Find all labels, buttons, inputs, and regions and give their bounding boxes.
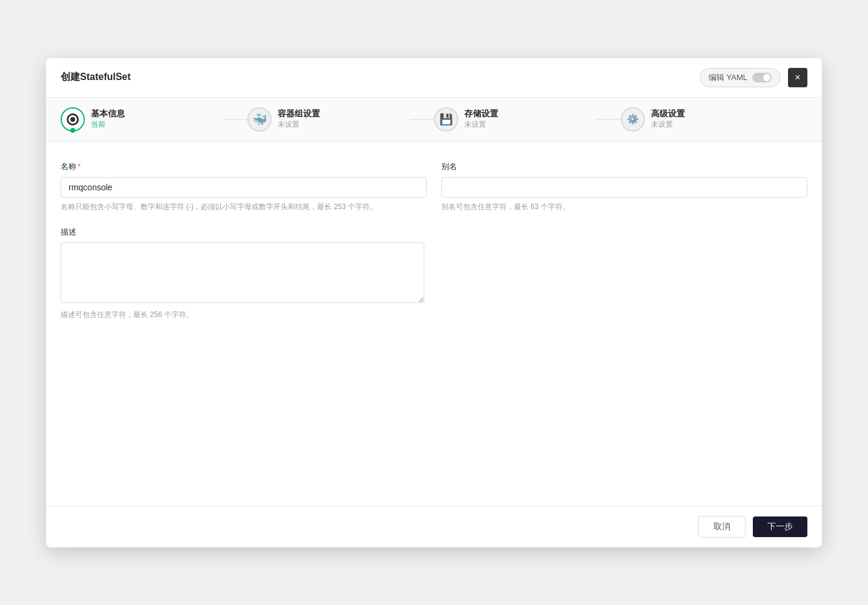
step-storage-text: 存储设置 未设置 (464, 109, 498, 130)
step-container-name: 容器组设置 (278, 109, 320, 119)
yaml-toggle-slider (752, 73, 772, 82)
step-advanced-status: 未设置 (651, 119, 685, 130)
step-basic-name: 基本信息 (91, 109, 125, 119)
step-advanced-text: 高级设置 未设置 (651, 109, 685, 130)
cancel-button[interactable]: 取消 (698, 516, 746, 538)
alias-input[interactable] (441, 177, 807, 198)
name-group: 名称* 名称只能包含小写字母、数字和连字符 (-)，必须以小写字母或数字开头和结… (61, 161, 427, 212)
alias-label: 别名 (441, 161, 807, 172)
name-input[interactable] (61, 177, 427, 198)
create-statefulset-modal: 创建StatefulSet 编辑 YAML × 基本信息 当前 (46, 58, 822, 547)
step-container-status: 未设置 (278, 119, 320, 130)
description-label: 描述 (61, 227, 424, 238)
step-basic-text: 基本信息 当前 (91, 109, 125, 130)
edit-yaml-button[interactable]: 编辑 YAML (699, 68, 781, 87)
step-storage-name: 存储设置 (464, 109, 498, 119)
name-label: 名称* (61, 161, 427, 172)
step-container-text: 容器组设置 未设置 (278, 109, 320, 130)
close-button[interactable]: × (788, 68, 807, 87)
description-textarea[interactable] (61, 242, 424, 303)
step-advanced[interactable]: ⚙️ 高级设置 未设置 (621, 107, 807, 132)
description-hint: 描述可包含任意字符，最长 256 个字符。 (61, 309, 424, 320)
modal-title: 创建StatefulSet (61, 71, 131, 84)
docker-icon: 🐳 (252, 112, 267, 127)
close-icon: × (795, 72, 800, 83)
description-row: 描述 描述可包含任意字符，最长 256 个字符。 (61, 227, 807, 320)
sliders-icon: ⚙️ (627, 113, 639, 125)
name-alias-row: 名称* 名称只能包含小写字母、数字和连字符 (-)，必须以小写字母或数字开头和结… (61, 161, 807, 212)
storage-icon: 💾 (439, 113, 453, 126)
step-basic-status: 当前 (91, 119, 125, 130)
step-advanced-icon: ⚙️ (621, 107, 645, 132)
step-basic-info[interactable]: 基本信息 当前 (61, 107, 247, 132)
step-storage-status: 未设置 (464, 119, 498, 130)
alias-group: 别名 别名可包含任意字符，最长 63 个字符。 (441, 161, 807, 212)
modal-footer: 取消 下一步 (46, 506, 822, 547)
step-container[interactable]: 🐳 容器组设置 未设置 (247, 107, 434, 132)
next-button[interactable]: 下一步 (753, 516, 807, 537)
yaml-button-label: 编辑 YAML (709, 72, 747, 83)
step-storage-icon: 💾 (434, 107, 458, 132)
step-basic-icon (61, 107, 85, 132)
description-group: 描述 描述可包含任意字符，最长 256 个字符。 (61, 227, 424, 320)
step-storage[interactable]: 💾 存储设置 未设置 (434, 107, 621, 132)
alias-hint: 别名可包含任意字符，最长 63 个字符。 (441, 201, 807, 212)
modal-content: 名称* 名称只能包含小写字母、数字和连字符 (-)，必须以小写字母或数字开头和结… (46, 142, 822, 506)
header-actions: 编辑 YAML × (699, 68, 807, 87)
modal-header: 创建StatefulSet 编辑 YAML × (46, 58, 822, 98)
radio-icon (67, 113, 79, 125)
step-container-icon: 🐳 (247, 107, 272, 132)
steps-bar: 基本信息 当前 🐳 容器组设置 未设置 💾 存储设置 未设置 (46, 98, 822, 142)
name-required-mark: * (78, 162, 81, 171)
name-hint: 名称只能包含小写字母、数字和连字符 (-)，必须以小写字母或数字开头和结尾，最长… (61, 201, 427, 212)
step-advanced-name: 高级设置 (651, 109, 685, 119)
